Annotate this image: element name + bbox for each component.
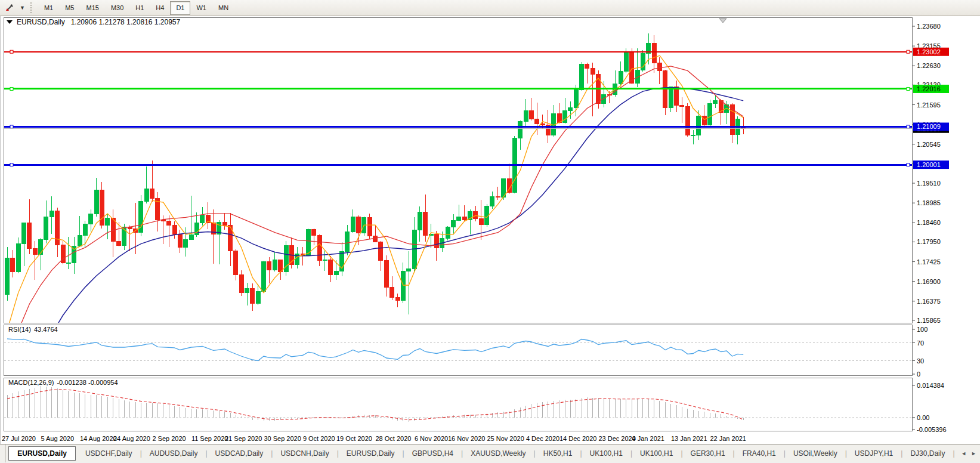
level-badge-label: 1.22016 (917, 85, 941, 92)
candle-body (619, 71, 623, 84)
timeframe-button-h1[interactable]: H1 (129, 1, 150, 15)
tab-audusd-daily[interactable]: AUDUSD,Daily (143, 447, 205, 460)
macd-tick-label: 0.00 (917, 414, 929, 421)
rsi-indicator-name: RSI(14) (8, 326, 31, 333)
candle-body (624, 53, 628, 72)
candle-body (384, 260, 388, 287)
candle-body (329, 260, 333, 275)
candle-body (697, 116, 701, 135)
tab-xauusd-weekly[interactable]: XAUUSD,Weekly (463, 447, 533, 460)
candle-body (245, 288, 249, 293)
tab-usoil-weekly[interactable]: USOil,Weekly (786, 447, 845, 460)
candle-body (189, 234, 193, 239)
tab-scroll-left-icon[interactable]: ◄ (961, 450, 966, 456)
candle-body (94, 190, 98, 214)
macd-panel (4, 378, 913, 431)
tab-usdcnh-daily[interactable]: USDCNH,Daily (273, 447, 336, 460)
timeframe-button-h4[interactable]: H4 (150, 1, 170, 15)
date-label: 4 Dec 2020 (526, 435, 559, 442)
timeframe-button-m30[interactable]: M30 (105, 1, 129, 15)
candle-body (334, 271, 338, 274)
date-label: 13 Jan 2021 (671, 435, 707, 442)
tab-scroll-right-icon[interactable]: ► (971, 450, 976, 456)
timeframe-button-m5[interactable]: M5 (59, 1, 80, 15)
tab-gbpusd-h4[interactable]: GBPUSD,H4 (405, 447, 460, 460)
candle-body (457, 217, 461, 220)
rsi-tick-label: 30 (917, 357, 924, 365)
timeframe-button-d1[interactable]: D1 (170, 1, 190, 15)
candle-body (200, 215, 205, 223)
tab-usdcad-daily[interactable]: USDCAD,Daily (208, 447, 271, 460)
candle-body (267, 262, 271, 270)
candle-body (574, 90, 578, 108)
candle-body (144, 189, 149, 202)
candle-body (351, 217, 355, 232)
candle-body (83, 224, 87, 235)
candle-body (685, 106, 690, 135)
tab-usdchf-daily[interactable]: USDCHF,Daily (78, 447, 140, 460)
candle-body (462, 217, 466, 220)
candle-body (150, 189, 154, 199)
candle-body (106, 218, 110, 226)
candle-body (418, 212, 422, 230)
timeframe-button-m15[interactable]: M15 (80, 1, 104, 15)
level-badge-label: 1.21009 (917, 123, 941, 130)
tab-eurusd-daily[interactable]: EURUSD,Daily (339, 447, 402, 460)
tab-hk50-h1[interactable]: HK50,H1 (536, 447, 580, 460)
timeframe-button-m1[interactable]: M1 (38, 1, 59, 15)
timeframe-button-group: M1M5M15M30H1H4D1W1MN (38, 1, 234, 15)
candle-body (89, 214, 93, 224)
candle-body (234, 251, 238, 275)
candle-body (657, 63, 661, 71)
tab-uk100-h1[interactable]: UK100,H1 (633, 447, 680, 460)
price-tick-label: 1.23680 (917, 23, 941, 30)
candle-body (407, 269, 411, 271)
tab-eurusd-daily[interactable]: EURUSD,Daily (8, 446, 76, 461)
date-label: 22 Jan 2021 (710, 435, 746, 442)
tab-fra40-h1[interactable]: FRA40,H1 (735, 447, 783, 460)
date-label: 5 Aug 2020 (41, 435, 74, 442)
timeframe-button-w1[interactable]: W1 (190, 1, 212, 15)
chart-area[interactable]: 1.236801.231551.226301.221201.215951.210… (0, 16, 980, 444)
date-label: 19 Oct 2020 (336, 435, 372, 442)
macd-indicator-name: MACD(12,26,9) (8, 379, 54, 386)
candle-body (591, 68, 595, 74)
date-label: 16 Nov 2020 (448, 435, 485, 442)
tab-uk100-h1[interactable]: UK100,H1 (583, 447, 630, 460)
candle-body (306, 230, 310, 255)
chart-title-ohlc: 1.20906 1.21278 1.20816 1.20957 (71, 18, 181, 26)
tab-usdjpy-h1[interactable]: USDJPY,H1 (848, 447, 900, 460)
candle-body (178, 234, 182, 247)
date-label: 6 Nov 2020 (415, 435, 448, 442)
timeframe-button-mn[interactable]: MN (212, 1, 234, 15)
candle-body (16, 244, 20, 272)
candle-body (518, 122, 523, 138)
chart-tools-icon (5, 3, 14, 13)
candle-body (172, 226, 177, 234)
chart-tools-button[interactable] (2, 1, 17, 15)
tab-ger30-h1[interactable]: GER30,H1 (684, 447, 732, 460)
tab-dj30-daily[interactable]: DJ30,Daily (903, 447, 952, 460)
candle-body (446, 227, 450, 238)
date-label: 25 Nov 2020 (487, 435, 524, 442)
candle-body (479, 218, 483, 224)
candle-body (373, 236, 378, 242)
candle-body (568, 108, 573, 110)
candle-body (474, 211, 478, 218)
candle-body (669, 87, 673, 108)
line-handle-right (907, 163, 910, 166)
tab-scroll-controls: ◄ ► (961, 450, 980, 456)
tab-china300-h1[interactable]: CHINA300,H1 (956, 447, 962, 460)
candle-body (117, 242, 121, 245)
candle-body (713, 100, 718, 103)
candle-body (585, 64, 589, 68)
tab-list: EURUSD,DailyUSDCHF,Daily|AUDUSD,Daily|US… (8, 446, 961, 461)
top-toolbar: ▼ M1M5M15M30H1H4D1W1MN (0, 0, 980, 16)
tab-bar-spacer (0, 445, 6, 462)
symbol-tab-bar: EURUSD,DailyUSDCHF,Daily|AUDUSD,Daily|US… (0, 444, 980, 462)
candle-body (184, 240, 188, 248)
candle-body (563, 110, 567, 122)
candle-body (55, 211, 60, 245)
chart-tools-dropdown[interactable]: ▼ (17, 1, 28, 15)
candle-body (401, 271, 405, 301)
